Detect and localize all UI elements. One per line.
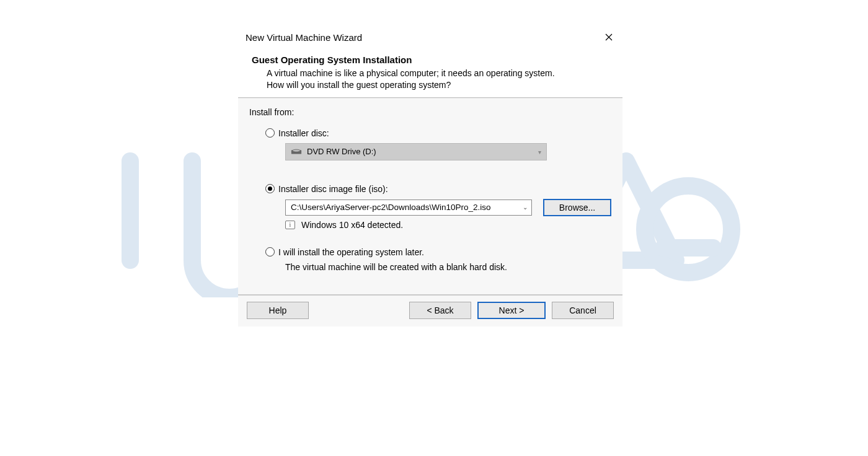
option-install-later[interactable]: I will install the operating system late… <box>265 247 611 257</box>
wizard-body: Install from: Installer disc: DVD RW Dri… <box>238 98 622 294</box>
svg-point-5 <box>293 149 301 152</box>
cancel-button-label: Cancel <box>569 305 596 315</box>
back-button-label: < Back <box>427 305 453 315</box>
close-button[interactable] <box>600 30 618 45</box>
option-installer-disc[interactable]: Installer disc: <box>265 128 611 138</box>
install-from-label: Install from: <box>249 107 611 117</box>
option-installer-disc-label: Installer disc: <box>278 128 329 138</box>
window-title: New Virtual Machine Wizard <box>246 32 362 43</box>
wizard-header: Guest Operating System Installation A vi… <box>238 55 622 97</box>
titlebar: New Virtual Machine Wizard <box>238 27 622 55</box>
browse-button-label: Browse... <box>559 203 595 213</box>
help-button-label: Help <box>269 305 287 315</box>
drive-select[interactable]: DVD RW Drive (D:) ▾ <box>285 143 547 160</box>
next-button[interactable]: Next > <box>477 302 546 319</box>
os-detected-row: i Windows 10 x64 detected. <box>285 220 611 230</box>
browse-button[interactable]: Browse... <box>543 199 611 216</box>
cancel-button[interactable]: Cancel <box>552 302 614 319</box>
disc-drive-icon <box>291 148 302 156</box>
svg-point-0 <box>645 186 732 273</box>
iso-path-value: C:\Users\AriyaServer-pc2\Downloads\Win10… <box>291 203 491 212</box>
option-install-later-label: I will install the operating system late… <box>278 247 424 257</box>
os-detected-text: Windows 10 x64 detected. <box>301 220 403 230</box>
close-icon <box>605 33 613 41</box>
option-iso-file[interactable]: Installer disc image file (iso): <box>265 184 611 194</box>
option-iso-file-label: Installer disc image file (iso): <box>278 184 388 194</box>
drive-value: DVD RW Drive (D:) <box>307 147 376 156</box>
radio-install-later[interactable] <box>265 247 275 256</box>
page-description: A virtual machine is like a physical com… <box>252 68 622 91</box>
radio-installer-disc[interactable] <box>265 128 275 138</box>
chevron-down-icon: ⌄ <box>523 204 528 211</box>
page-title: Guest Operating System Installation <box>252 55 622 65</box>
next-button-label: Next > <box>499 305 525 315</box>
help-button[interactable]: Help <box>247 302 309 319</box>
radio-iso-file[interactable] <box>265 184 275 193</box>
back-button[interactable]: < Back <box>409 302 471 319</box>
install-later-description: The virtual machine will be created with… <box>285 262 611 272</box>
wizard-footer: Help < Back Next > Cancel <box>238 294 622 327</box>
iso-path-combobox[interactable]: C:\Users\AriyaServer-pc2\Downloads\Win10… <box>285 200 532 216</box>
wizard-dialog: New Virtual Machine Wizard Guest Operati… <box>238 27 622 327</box>
chevron-down-icon: ▾ <box>538 148 541 155</box>
info-icon: i <box>285 221 295 229</box>
